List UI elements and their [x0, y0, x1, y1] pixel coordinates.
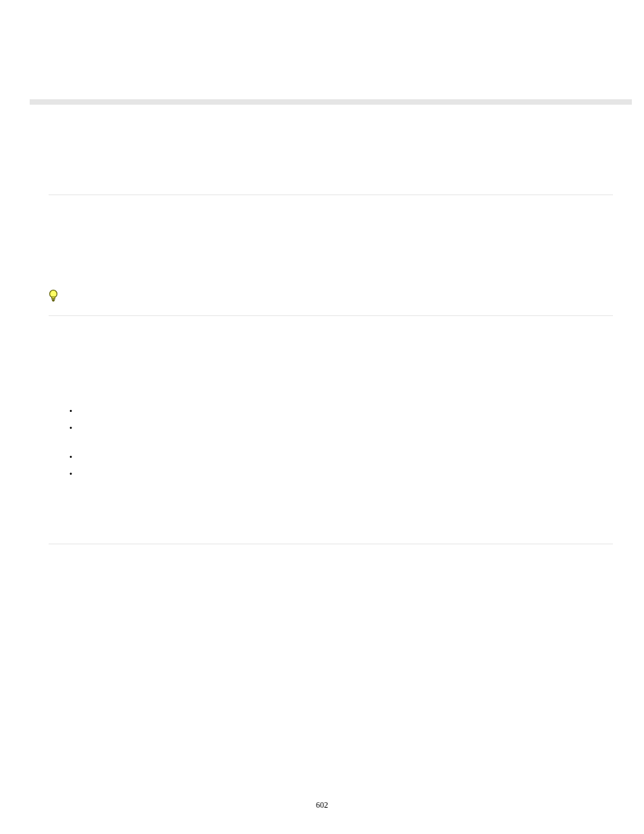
header-bar: [30, 99, 632, 105]
tip-block: [49, 290, 613, 315]
list-item: [70, 423, 634, 452]
spacer: [49, 316, 613, 406]
svg-point-0: [50, 290, 57, 298]
horizontal-rule: [49, 544, 613, 544]
list-item: [70, 469, 634, 486]
spacer: [49, 486, 613, 544]
list-item: [70, 406, 634, 423]
spacer: [49, 195, 613, 290]
svg-rect-1: [52, 299, 55, 300]
spacer: [49, 115, 613, 194]
page-number: 602: [0, 800, 644, 810]
svg-rect-2: [52, 300, 55, 301]
lightbulb-icon: [49, 290, 58, 303]
content-area: [49, 115, 613, 544]
bullet-list: [70, 406, 634, 486]
document-page: 602: [0, 0, 644, 834]
list-item: [70, 452, 634, 469]
